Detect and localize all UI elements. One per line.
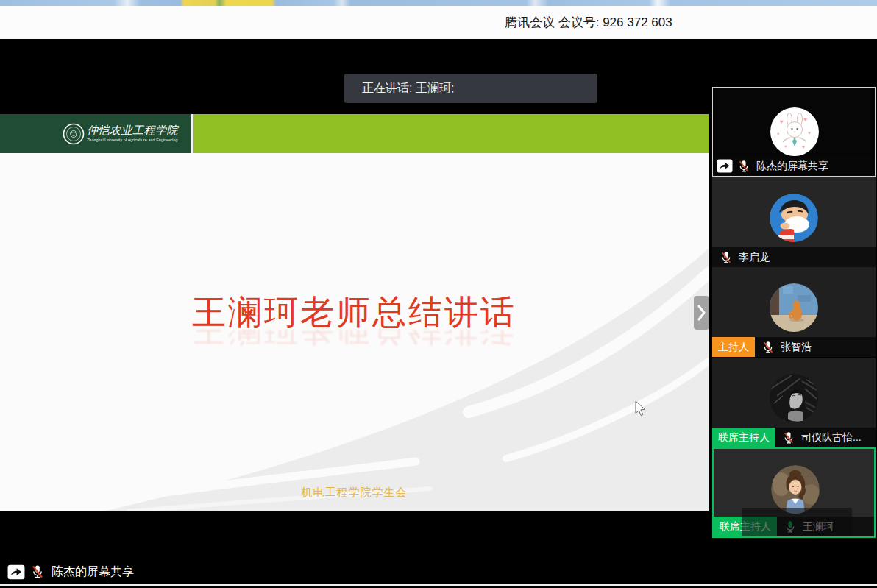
participant-tile-liqilong[interactable]: 李启龙 <box>712 177 876 267</box>
university-name-english: Zhongkai University of Agriculture and E… <box>87 138 160 142</box>
slide-title: 王澜珂老师总结讲话 <box>0 290 709 336</box>
shared-screen-slide: 仲恺农业工程学院 Zhongkai University of Agricult… <box>0 114 709 511</box>
participant-name: 陈杰的屏幕共享 <box>756 160 828 173</box>
chevron-right-icon <box>694 296 709 330</box>
orange-cat-photo-avatar <box>770 283 818 332</box>
slide-header-green-block <box>193 114 709 153</box>
dark-tooltip-overlay <box>742 508 852 538</box>
window-titlebar[interactable]: 腾讯会议 会议号: 926 372 603 <box>0 6 877 39</box>
participant-tile-siyidui[interactable]: 联席主持人 司仪队古怡... <box>712 358 876 447</box>
active-speaker-text: 正在讲话: 王澜珂; <box>362 74 454 103</box>
bw-portrait-photo-avatar <box>770 374 818 422</box>
collapse-panel-button[interactable] <box>694 296 709 330</box>
cohost-badge: 联席主持人 <box>712 428 775 447</box>
participant-tile-zhangzhihao[interactable]: 主持人 张智浩 <box>712 267 876 357</box>
screen-share-icon <box>7 564 25 580</box>
desktop-background-strip <box>0 0 877 6</box>
shinchan-cartoon-avatar <box>770 194 818 242</box>
screen-share-banner: 陈杰的屏幕共享 <box>7 562 134 581</box>
svg-text:♥: ♥ <box>802 144 805 149</box>
participant-label-bar: 李启龙 <box>712 247 876 267</box>
university-logo-icon <box>63 123 85 145</box>
participant-label-bar: 陈杰的屏幕共享 <box>713 156 875 176</box>
host-badge: 主持人 <box>712 337 755 357</box>
participant-label-bar: 主持人 张智浩 <box>712 337 876 357</box>
participant-tile-chenjie-share[interactable]: ♥ ♥ ♥ ♥ ♥ ♥ 陈杰的屏幕共享 <box>712 87 876 177</box>
microphone-muted-icon <box>720 251 733 264</box>
active-speaker-toast: 正在讲话: 王澜珂; <box>344 74 597 103</box>
taskbar-edge-strip <box>0 584 877 586</box>
microphone-muted-icon <box>737 160 750 173</box>
bunny-cartoon-avatar: ♥ ♥ ♥ ♥ ♥ ♥ <box>770 107 819 156</box>
share-banner-label: 陈杰的屏幕共享 <box>52 564 134 580</box>
svg-text:♥: ♥ <box>808 130 811 135</box>
tencent-meeting-window: 腾讯会议 会议号: 926 372 603 正在讲话: 王澜珂; 仲恺农业工程学… <box>0 0 877 588</box>
microphone-muted-icon <box>30 564 45 579</box>
microphone-muted-icon <box>782 431 795 444</box>
slide-footer: 机电工程学院学生会 <box>0 486 709 500</box>
meeting-id-label: 腾讯会议 会议号: 926 372 603 <box>505 6 672 39</box>
belle-cartoon-avatar <box>771 465 820 514</box>
slide-body: 王澜珂老师总结讲话 王澜珂老师总结讲话 机电工程学院学生会 <box>0 153 709 511</box>
participant-name: 司仪队古怡... <box>801 431 862 444</box>
svg-text:♥: ♥ <box>803 116 807 123</box>
participant-name: 李启龙 <box>739 251 770 264</box>
participant-tile-wanglanke[interactable]: 联席主持人 王澜珂 <box>712 447 876 538</box>
svg-text:♥: ♥ <box>780 118 784 125</box>
slide-title-reflection: 王澜珂老师总结讲话 <box>0 330 709 352</box>
university-name: 仲恺农业工程学院 <box>87 124 190 138</box>
microphone-muted-icon <box>761 341 775 354</box>
participant-name: 张智浩 <box>781 341 812 354</box>
mouse-cursor <box>634 400 649 418</box>
screen-share-icon <box>717 159 733 173</box>
slide-header-banner: 仲恺农业工程学院 Zhongkai University of Agricult… <box>0 114 709 153</box>
svg-text:♥: ♥ <box>777 132 780 136</box>
participant-label-bar: 联席主持人 司仪队古怡... <box>712 428 876 447</box>
svg-text:♥: ♥ <box>784 144 787 149</box>
